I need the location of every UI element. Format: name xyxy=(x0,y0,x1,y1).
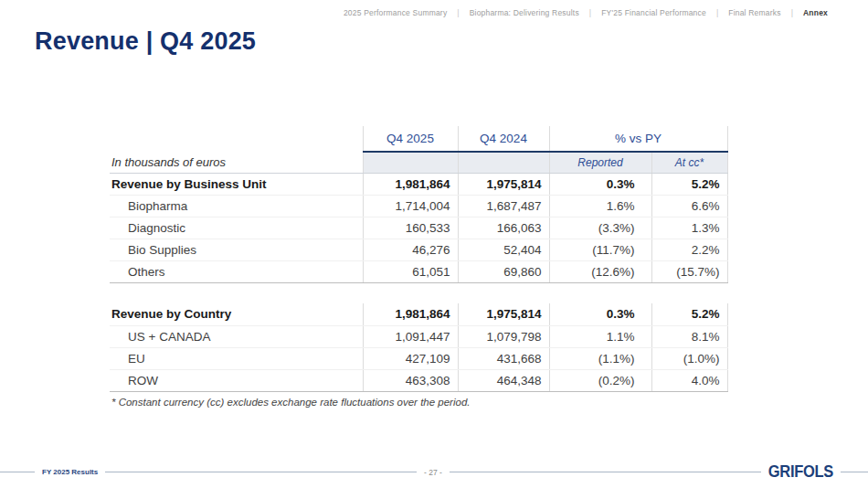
top-nav: 2025 Performance Summary|Biopharma: Deli… xyxy=(344,8,828,17)
unit-label: In thousands of euros xyxy=(110,152,363,173)
table-row: EU427,109431,668(1.1%)(1.0%) xyxy=(110,347,727,369)
row-label: Biopharma xyxy=(110,195,363,217)
value-cell: 431,668 xyxy=(458,347,549,369)
row-label: ROW xyxy=(110,369,363,391)
value-cell: 1.6% xyxy=(549,195,651,217)
revenue-table-body: Revenue by Business Unit1,981,8641,975,8… xyxy=(110,173,727,391)
value-cell: 1,981,864 xyxy=(363,173,458,195)
value-cell: 8.1% xyxy=(651,325,727,347)
footnote: * Constant currency (cc) excludes exchan… xyxy=(111,397,470,408)
value-cell: (15.7%) xyxy=(651,260,727,282)
revenue-table: Q4 2025 Q4 2024 % vs PY In thousands of … xyxy=(110,126,728,392)
footer-rule xyxy=(0,472,35,472)
section-header-row: Revenue by Business Unit1,981,8641,975,8… xyxy=(110,173,727,195)
nav-item-annex[interactable]: Annex xyxy=(803,8,828,17)
value-cell: 61,051 xyxy=(363,260,458,282)
value-cell: 0.3% xyxy=(549,303,651,325)
row-label: Diagnostic xyxy=(110,217,363,239)
row-label: Bio Supplies xyxy=(110,239,363,260)
grifols-logo: GRIFOLS xyxy=(768,462,833,482)
table-row: Bio Supplies46,27652,404(11.7%)2.2% xyxy=(110,239,727,260)
page-title: Revenue | Q4 2025 xyxy=(35,27,256,56)
row-label: EU xyxy=(110,347,363,369)
nav-separator: | xyxy=(716,8,718,17)
value-cell: 464,348 xyxy=(458,369,549,391)
value-cell: 0.3% xyxy=(549,173,651,195)
value-cell: 5.2% xyxy=(651,303,727,325)
table-row: Biopharma1,714,0041,687,4871.6%6.6% xyxy=(110,195,727,217)
value-cell: 46,276 xyxy=(363,239,458,260)
value-cell: 427,109 xyxy=(363,347,458,369)
value-cell: 1,975,814 xyxy=(458,173,549,195)
value-cell: 52,404 xyxy=(458,239,549,260)
footer-doc-label: FY 2025 Results xyxy=(42,468,98,476)
row-label: Revenue by Country xyxy=(110,303,363,325)
value-cell: (12.6%) xyxy=(549,260,651,282)
subcolumn-reported: Reported xyxy=(549,152,651,173)
subheader-spacer xyxy=(458,152,549,173)
value-cell: (1.0%) xyxy=(651,347,727,369)
column-header-q4-2024: Q4 2024 xyxy=(458,126,549,152)
value-cell: 1,687,487 xyxy=(458,195,549,217)
table-row: ROW463,308464,348(0.2%)4.0% xyxy=(110,369,727,391)
footer: FY 2025 Results - 27 - GRIFOLS xyxy=(0,463,868,481)
value-cell: 1,981,864 xyxy=(363,303,458,325)
row-label: Revenue by Business Unit xyxy=(110,173,363,195)
value-cell: 6.6% xyxy=(651,195,727,217)
section-header-row: Revenue by Country1,981,8641,975,8140.3%… xyxy=(110,303,727,325)
page-number: - 27 - xyxy=(424,468,442,477)
value-cell: 5.2% xyxy=(651,173,727,195)
nav-item-fy-25-financial-performance[interactable]: FY'25 Financial Performance xyxy=(601,8,706,17)
value-cell: 463,308 xyxy=(363,369,458,391)
column-header-q4-2025: Q4 2025 xyxy=(363,126,458,152)
value-cell: (11.7%) xyxy=(549,239,651,260)
nav-separator: | xyxy=(791,8,793,17)
nav-item-2025-performance-summary[interactable]: 2025 Performance Summary xyxy=(344,8,447,17)
table-header-row: Q4 2025 Q4 2024 % vs PY xyxy=(110,126,727,152)
subheader-spacer xyxy=(363,152,458,173)
value-cell: 69,860 xyxy=(458,260,549,282)
value-cell: 1,714,004 xyxy=(363,195,458,217)
value-cell: (3.3%) xyxy=(549,217,651,239)
row-label: Others xyxy=(110,260,363,282)
column-group-pct-vs-py: % vs PY xyxy=(549,126,727,152)
table-subheader-row: In thousands of euros Reported At cc* xyxy=(110,152,727,173)
footer-rule xyxy=(450,472,761,472)
subcolumn-at-cc: At cc* xyxy=(651,152,727,173)
table-row: Others61,05169,860(12.6%)(15.7%) xyxy=(110,260,727,282)
section-spacer xyxy=(110,282,727,303)
value-cell: 166,063 xyxy=(458,217,549,239)
value-cell: (0.2%) xyxy=(549,369,651,391)
table-row: Diagnostic160,533166,063(3.3%)1.3% xyxy=(110,217,727,239)
value-cell: 4.0% xyxy=(651,369,727,391)
value-cell: 1,975,814 xyxy=(458,303,549,325)
value-cell: 2.2% xyxy=(651,239,727,260)
nav-item-biopharma-delivering-results[interactable]: Biopharma: Delivering Results xyxy=(470,8,579,17)
value-cell: (1.1%) xyxy=(549,347,651,369)
table-row: US + CANADA1,091,4471,079,7981.1%8.1% xyxy=(110,325,727,347)
value-cell: 160,533 xyxy=(363,217,458,239)
row-label: US + CANADA xyxy=(110,325,363,347)
nav-separator: | xyxy=(457,8,459,17)
value-cell: 1,079,798 xyxy=(458,325,549,347)
value-cell: 1.1% xyxy=(549,325,651,347)
footer-rule xyxy=(841,472,868,472)
value-cell: 1,091,447 xyxy=(363,325,458,347)
nav-separator: | xyxy=(589,8,591,17)
nav-item-final-remarks[interactable]: Final Remarks xyxy=(728,8,780,17)
header-label-spacer xyxy=(110,126,363,152)
value-cell: 1.3% xyxy=(651,217,727,239)
footer-rule xyxy=(105,472,417,472)
